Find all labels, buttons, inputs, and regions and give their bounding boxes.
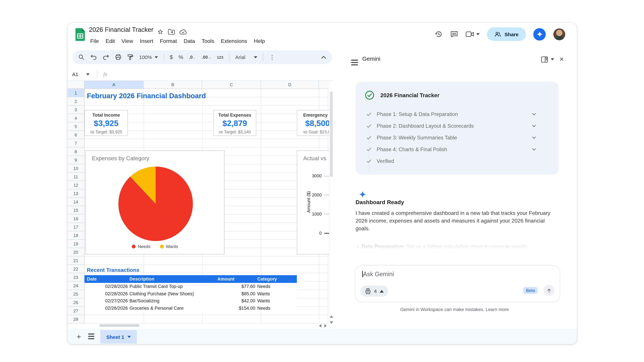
checklist-item[interactable]: Phase 2: Dashboard Layout & Scorecards <box>365 122 550 130</box>
menu-item[interactable]: File <box>87 37 102 45</box>
column-header[interactable] <box>319 81 328 89</box>
sheet-tab-active[interactable]: Sheet 1 <box>100 330 137 344</box>
row-header[interactable]: 18 <box>68 231 84 240</box>
collapse-toolbar-icon[interactable] <box>321 55 326 59</box>
table-row[interactable]: 02/28/2026 Clothing Purchase (New Shoes)… <box>84 290 297 297</box>
version-history-icon[interactable] <box>435 30 443 38</box>
share-button[interactable]: Share <box>487 27 526 41</box>
ask-gemini-input[interactable]: Ask Gemini 4 Beta <box>355 265 560 302</box>
cloud-saved-icon[interactable] <box>180 29 187 35</box>
row-header[interactable]: 4 <box>68 114 84 122</box>
row-header[interactable]: 2 <box>68 97 84 106</box>
scroll-down-icon[interactable] <box>330 322 333 324</box>
row-header[interactable]: 24 <box>68 282 84 290</box>
column-chart-actual-vs[interactable]: Actual vs Amount ($) 3000200010000 <box>297 150 333 254</box>
menu-item[interactable]: Edit <box>102 37 118 45</box>
row-header[interactable]: 20 <box>68 248 84 256</box>
user-avatar[interactable] <box>553 28 566 40</box>
select-all-corner[interactable] <box>68 81 84 89</box>
column-headers[interactable]: ABCD <box>84 81 328 89</box>
row-header[interactable]: 14 <box>68 198 84 206</box>
column-header[interactable]: A <box>84 81 144 89</box>
row-header[interactable]: 13 <box>68 189 84 198</box>
row-header[interactable]: 10 <box>68 164 84 173</box>
table-row[interactable]: 02/28/2026 Public Transit Card Top-up $7… <box>84 283 297 290</box>
undo-icon[interactable] <box>90 54 97 60</box>
send-button[interactable] <box>544 285 554 296</box>
name-box-caret[interactable] <box>86 73 90 75</box>
star-icon[interactable] <box>157 29 163 35</box>
paint-format-icon[interactable] <box>127 54 134 60</box>
document-title[interactable]: 2026 Financial Tracker <box>89 26 153 33</box>
row-header[interactable]: 16 <box>68 215 84 223</box>
search-icon[interactable] <box>78 54 84 60</box>
row-header[interactable]: 25 <box>68 290 84 298</box>
row-header[interactable]: 8 <box>68 147 84 156</box>
row-header[interactable]: 19 <box>68 240 84 248</box>
row-header[interactable]: 28 <box>68 315 84 324</box>
meet-video-icon[interactable] <box>466 30 474 38</box>
all-sheets-icon[interactable] <box>88 333 94 340</box>
row-header[interactable]: 21 <box>68 256 84 265</box>
scroll-left-icon[interactable] <box>319 324 321 328</box>
checklist-item[interactable]: Phase 1: Setup & Data Preparation <box>365 111 550 118</box>
scroll-up-icon[interactable] <box>330 316 333 318</box>
column-header[interactable]: C <box>202 81 261 89</box>
checklist-item[interactable]: Phase 4: Charts & Final Polish <box>365 146 550 153</box>
chevron-down-icon[interactable] <box>532 113 536 116</box>
table-row[interactable]: 02/26/2026 Groceries & Personal Care $15… <box>84 305 297 312</box>
row-header[interactable]: 7 <box>68 139 84 147</box>
redo-icon[interactable] <box>103 54 109 60</box>
row-header[interactable]: 1 <box>68 89 84 97</box>
row-header[interactable]: 26 <box>68 298 84 307</box>
panel-layout-icon[interactable] <box>541 56 548 62</box>
font-select[interactable]: Arial <box>235 54 258 60</box>
number-format-button[interactable]: 123 <box>217 55 224 59</box>
sources-chip[interactable]: 4 <box>360 286 388 297</box>
row-header[interactable]: 3 <box>68 106 84 114</box>
vertical-scrollbar-thumb[interactable] <box>330 91 333 177</box>
menu-item[interactable]: View <box>118 37 136 45</box>
column-header[interactable]: B <box>144 81 202 89</box>
increase-decimal-button[interactable]: .00→ <box>202 55 211 60</box>
chevron-down-icon[interactable] <box>532 148 536 151</box>
menu-item[interactable]: Extensions <box>218 37 250 45</box>
row-header[interactable]: 15 <box>68 206 84 215</box>
spreadsheet-grid[interactable]: February 2026 Financial Dashboard Total … <box>68 81 333 329</box>
panel-layout-caret[interactable] <box>551 58 554 60</box>
scroll-right-icon[interactable] <box>324 324 327 328</box>
more-options-icon[interactable]: ⋮ <box>269 53 275 61</box>
comments-icon[interactable] <box>450 30 458 38</box>
chevron-down-icon[interactable] <box>532 136 536 139</box>
row-headers[interactable]: 1234567891011121314151617181920212223242… <box>68 89 84 324</box>
print-icon[interactable] <box>115 54 122 60</box>
row-header[interactable]: 17 <box>68 223 84 231</box>
row-header[interactable]: 22 <box>68 265 84 273</box>
zoom-select[interactable]: 100% <box>139 54 158 60</box>
checklist-item[interactable]: Verified <box>365 158 550 165</box>
format-percent-button[interactable]: % <box>178 54 183 60</box>
menu-item[interactable]: Data <box>180 37 198 45</box>
table-row[interactable]: 02/27/2026 Bar/Socializing $42.00 Wants <box>84 297 297 305</box>
decrease-decimal-button[interactable]: .0← <box>189 55 196 60</box>
add-sheet-button[interactable]: + <box>74 333 84 341</box>
horizontal-scrollbar-thumb[interactable] <box>99 324 140 327</box>
chevron-down-icon[interactable] <box>532 125 536 127</box>
row-header[interactable]: 9 <box>68 156 84 164</box>
row-header[interactable]: 11 <box>68 173 84 181</box>
menu-item[interactable]: Tools <box>198 37 218 45</box>
column-header[interactable]: D <box>261 81 319 89</box>
row-header[interactable]: 5 <box>68 122 84 131</box>
row-header[interactable]: 12 <box>68 181 84 189</box>
menu-item[interactable]: Insert <box>136 37 157 45</box>
row-header[interactable]: 6 <box>68 131 84 139</box>
google-sheets-logo-icon[interactable] <box>76 28 85 41</box>
menu-item[interactable]: Help <box>250 37 268 45</box>
close-icon[interactable]: × <box>560 56 564 63</box>
format-currency-button[interactable]: $ <box>170 54 173 60</box>
pie-chart-expenses-by-category[interactable]: Expenses by Category Needs Wants <box>86 150 224 254</box>
checklist-item[interactable]: Phase 3: Weekly Summaries Table <box>365 134 550 141</box>
gemini-button[interactable] <box>533 28 546 40</box>
row-header[interactable]: 27 <box>68 307 84 315</box>
row-header[interactable]: 23 <box>68 273 84 282</box>
